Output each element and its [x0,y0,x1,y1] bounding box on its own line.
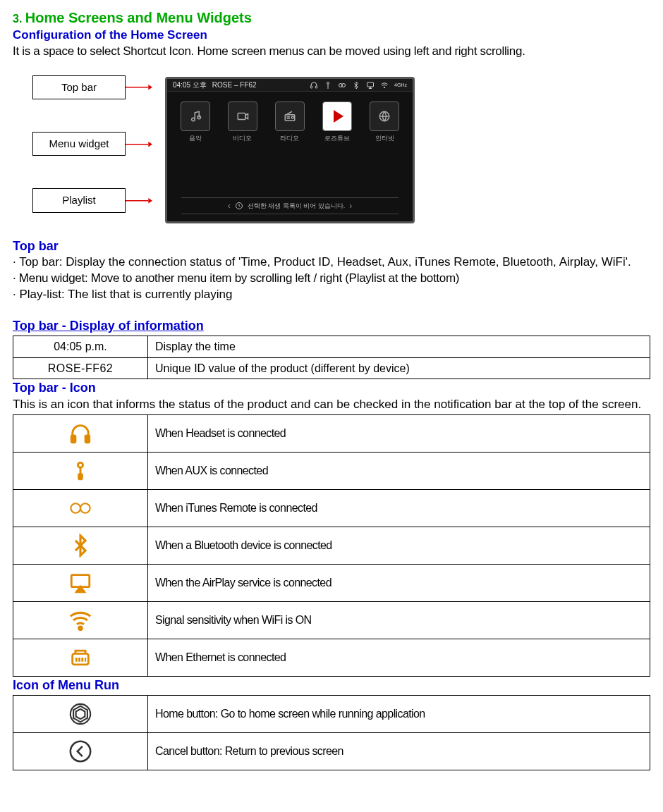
widget-label-0: 음악 [189,134,202,142]
cancel-button-icon [13,733,148,770]
arrow-playlist-icon [126,197,152,204]
menu-run-heading: Icon of Menu Run [13,677,650,694]
device-playlist: ‹ 선택한 재생 목록이 비어 있습니다. › [181,197,399,214]
icon-row-3-desc: When a Bluetooth device is connected [148,527,650,564]
section-header: 3. Home Screens and Menu Widgets [13,8,650,27]
label-playlist: Playlist [32,188,126,212]
device-title: ROSE – FF62 [212,80,257,90]
bullet-1: · Top bar: Display the connection status… [13,254,650,271]
ethernet-icon [13,639,148,676]
bullet-2: · Menu widget: Move to another menu item… [13,271,650,287]
icon-row-4-desc: When the AirPlay service is connected [148,564,650,601]
topbar-heading: Top bar [13,238,650,254]
playlist-text: 선택한 재생 목록이 비어 있습니다. [248,202,346,210]
svg-rect-25 [71,436,75,443]
info-row-1-label: ROSE-FF62 [13,357,148,379]
device-wifi-label: 4GHz [394,82,407,88]
headset-icon [310,81,318,90]
chevron-left-icon: ‹ [228,200,231,211]
headset-icon [13,414,148,452]
svg-rect-17 [238,113,245,120]
internet-icon [370,102,399,131]
icon-intro: This is an icon that informs the status … [13,397,650,413]
svg-point-31 [80,503,90,513]
device-widgets: 음악 비디오 라디오 로즈튜브 인터넷 [167,92,413,147]
bullet-3: · Play-list: The list that is currently … [13,287,650,303]
icon-row-5-desc: Signal sensitivity when WiFi is ON [148,601,650,639]
wifi-icon [13,601,148,639]
bluetooth-icon [352,81,360,90]
widget-label-2: 라디오 [280,134,299,142]
svg-rect-26 [85,436,90,443]
svg-point-8 [327,82,329,84]
icon-row-0-desc: When Headset is connected [148,414,650,452]
svg-marker-1 [148,85,152,90]
section-title: Home Screens and Menu Widgets [25,10,252,25]
menu-run-table: Home button: Go to home screen while run… [13,695,650,770]
wifi-icon [380,81,389,90]
widget-label-4: 인터넷 [375,134,394,142]
label-topbar: Top bar [32,75,126,99]
chevron-right-icon: › [349,200,352,211]
radio-icon [275,102,305,131]
svg-rect-29 [79,474,83,479]
info-heading: Top bar - Display of information [13,317,650,334]
device-mock: 04:05 오후 ROSE – FF62 4GHz 음악 비디오 라디오 로즈튜… [165,77,415,223]
svg-rect-6 [311,86,312,88]
menu-row-0-desc: Home button: Go to home screen while run… [148,696,650,733]
svg-marker-5 [148,198,152,204]
remote-icon [13,489,148,527]
config-heading: Configuration of the Home Screen [13,27,650,44]
bluetooth-icon [13,527,148,564]
svg-point-30 [71,503,80,513]
device-topbar: 04:05 오후 ROSE – FF62 4GHz [167,79,413,92]
info-row-0-desc: Display the time [148,336,650,358]
icon-table: When Headset is connected When AUX is co… [13,414,650,677]
svg-point-43 [71,742,90,761]
device-time: 04:05 오후 [173,80,207,90]
video-icon [228,102,257,131]
info-table: 04:05 p.m. Display the time ROSE-FF62 Un… [13,336,650,379]
section-number: 3. [13,13,22,25]
menu-row-1-desc: Cancel button: Return to previous screen [148,733,650,770]
info-row-0-label: 04:05 p.m. [13,336,148,358]
svg-rect-12 [367,82,374,87]
icon-row-2-desc: When iTunes Remote is connected [148,489,650,527]
label-menu-widget: Menu widget [32,132,126,156]
arrow-menu-icon [126,141,152,148]
svg-point-27 [78,462,83,467]
icon-heading: Top bar - Icon [13,379,650,396]
aux-icon [324,81,332,90]
icon-row-6-desc: When Ethernet is connected [148,639,650,676]
icon-row-1-desc: When AUX is connected [148,452,650,489]
airplay-icon [366,81,375,90]
diagram: Top bar Menu widget Playlist 04:05 오후 RO… [32,77,650,223]
info-row-1-desc: Unique ID value of the product (differen… [148,357,650,379]
svg-point-34 [79,627,83,630]
arrow-topbar-icon [126,84,152,91]
svg-point-19 [291,116,293,118]
svg-point-14 [384,87,385,88]
widget-label-1: 비디오 [233,134,252,142]
intro-text: It is a space to select Shortcut Icon. H… [13,44,650,60]
widget-label-3: 로즈튜브 [324,134,350,142]
svg-marker-3 [148,141,152,147]
remote-icon [338,81,346,90]
svg-rect-7 [316,86,317,88]
airplay-icon [13,564,148,601]
aux-icon [13,452,148,489]
rosetube-icon [322,102,352,131]
svg-marker-42 [76,709,85,719]
clock-icon [235,202,243,210]
home-button-icon [13,696,148,733]
music-icon [181,102,210,131]
